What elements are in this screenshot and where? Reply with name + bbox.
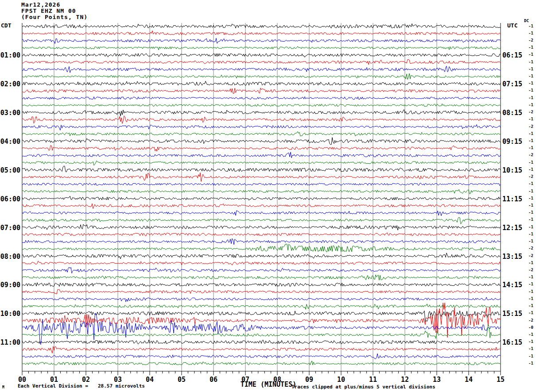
dc-value: -1 xyxy=(528,45,533,50)
trace-row-18 xyxy=(22,152,501,158)
right-time-label: 12:15 xyxy=(502,224,522,232)
trace-row-29 xyxy=(22,233,501,236)
trace-row-17 xyxy=(22,146,501,151)
trace-row-26 xyxy=(22,211,501,216)
x-tick-label: 00 xyxy=(13,376,31,384)
trace-row-16 xyxy=(22,138,501,145)
dc-value: -2 xyxy=(528,318,533,323)
trace-row-1 xyxy=(22,31,501,35)
dc-value: -1 xyxy=(528,210,533,215)
x-tick-label: 11 xyxy=(364,376,382,384)
division-note-text: Each Vertical Division = xyxy=(18,383,88,389)
left-time-label: 09:00 xyxy=(0,281,20,289)
x-tick-label: 10 xyxy=(332,376,350,384)
trace-row-34 xyxy=(22,267,501,273)
trace-row-8 xyxy=(22,81,501,86)
x-tick-label: 15 xyxy=(492,376,509,384)
trace-row-28 xyxy=(22,224,501,230)
trace-row-4 xyxy=(22,54,501,57)
dc-value: -1 xyxy=(528,354,533,358)
corner-mark: M xyxy=(2,385,4,389)
dc-value: -1 xyxy=(528,304,533,308)
dc-value: -1 xyxy=(528,275,533,279)
dc-value: -1 xyxy=(528,225,533,229)
trace-row-15 xyxy=(22,131,501,136)
left-time-label: 02:00 xyxy=(0,80,20,88)
dc-value: -1 xyxy=(528,339,533,344)
trace-row-10 xyxy=(22,97,501,100)
dc-value: -1 xyxy=(528,181,533,186)
division-note: Each Vertical Division =28.57 microvolts xyxy=(18,383,145,389)
trace-row-33 xyxy=(22,261,501,265)
dc-value: -1 xyxy=(528,131,533,136)
trace-row-27 xyxy=(22,217,501,224)
dc-value: -1 xyxy=(528,67,533,71)
trace-row-37 xyxy=(22,289,501,294)
trace-row-46 xyxy=(22,354,501,359)
dc-value: -1 xyxy=(528,296,533,301)
trace-row-44 xyxy=(22,340,501,344)
dc-value: -1 xyxy=(528,103,533,107)
trace-row-2 xyxy=(22,38,501,43)
dc-value: -1 xyxy=(528,88,533,92)
right-time-label: 07:15 xyxy=(502,80,522,88)
right-time-label: 09:15 xyxy=(502,138,522,146)
left-time-label: 06:00 xyxy=(0,195,20,203)
dc-value: -2 xyxy=(528,110,533,114)
dc-value: -0 xyxy=(528,325,533,330)
trace-row-19 xyxy=(22,161,501,165)
dc-value: -1 xyxy=(528,232,533,236)
dc-value: -2 xyxy=(528,124,533,129)
helicorder-plot xyxy=(0,0,536,392)
dc-value: -2 xyxy=(528,246,533,250)
trace-row-36 xyxy=(22,283,501,287)
trace-row-35 xyxy=(22,275,501,280)
trace-row-14 xyxy=(22,125,501,131)
dc-value: -1 xyxy=(528,60,533,64)
dc-value: -1 xyxy=(528,160,533,165)
dc-value: -1 xyxy=(528,361,533,365)
x-tick-label: 05 xyxy=(173,376,190,384)
trace-row-12 xyxy=(22,110,501,116)
right-time-label: 14:15 xyxy=(502,281,522,289)
right-time-label: 16:15 xyxy=(502,338,522,346)
trace-row-24 xyxy=(22,196,501,200)
dc-value: -1 xyxy=(528,332,533,337)
trace-row-38 xyxy=(22,297,501,302)
dc-value: -2 xyxy=(528,268,533,272)
dc-value: -2 xyxy=(528,38,533,42)
left-time-label: 08:00 xyxy=(0,253,20,261)
right-time-label: 08:15 xyxy=(502,109,522,117)
dc-value: -1 xyxy=(528,117,533,121)
trace-row-6 xyxy=(22,66,501,73)
right-time-label: 13:15 xyxy=(502,253,522,261)
trace-row-30 xyxy=(22,238,501,245)
trace-row-40 xyxy=(22,311,501,322)
left-time-label: 03:00 xyxy=(0,109,20,117)
dc-value: -2 xyxy=(528,254,533,258)
trace-row-5 xyxy=(22,59,501,65)
dc-value: -1 xyxy=(528,52,533,57)
dc-value: -1 xyxy=(528,189,533,193)
dc-value: -1 xyxy=(528,261,533,265)
trace-row-47 xyxy=(22,361,501,365)
trace-row-13 xyxy=(22,116,501,124)
x-tick-label: 13 xyxy=(428,376,446,384)
trace-row-23 xyxy=(22,189,501,194)
trace-row-9 xyxy=(22,88,501,94)
dc-value: -1 xyxy=(528,31,533,35)
dc-value: -1 xyxy=(528,203,533,208)
left-time-label: 04:00 xyxy=(0,138,20,146)
trace-row-32 xyxy=(22,253,501,259)
dc-value: -1 xyxy=(528,196,533,200)
x-tick-label: 01 xyxy=(45,376,63,384)
left-time-label: 07:00 xyxy=(0,224,20,232)
dc-value: -2 xyxy=(528,174,533,179)
dc-value: -1 xyxy=(528,138,533,143)
trace-row-3 xyxy=(22,46,501,50)
right-time-label: 11:15 xyxy=(502,195,522,203)
left-time-label: 11:00 xyxy=(0,338,20,346)
division-value: 28.57 microvolts xyxy=(98,383,145,389)
left-time-label: 10:00 xyxy=(0,310,20,318)
dc-value: -1 xyxy=(528,311,533,315)
